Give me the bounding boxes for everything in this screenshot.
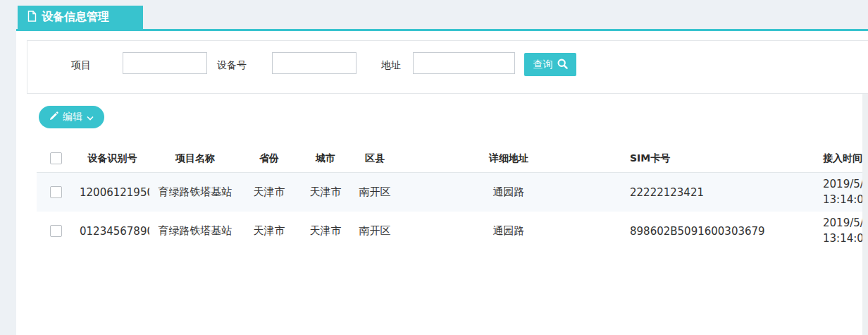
cell-city: 天津市 — [297, 224, 354, 238]
project-input[interactable] — [123, 52, 207, 74]
cell-sim: 22222123421 — [621, 186, 812, 199]
title-underline — [16, 29, 868, 31]
cell-address: 通园路 — [396, 185, 621, 199]
cell-project: 育绿路铁塔基站 — [149, 224, 241, 238]
cell-district: 南开区 — [354, 224, 396, 238]
query-button[interactable]: 查询 — [524, 53, 576, 76]
document-icon — [27, 11, 37, 25]
row-checkbox[interactable] — [50, 225, 62, 237]
cell-time: 2019/5/29 13:14:07 — [812, 216, 868, 247]
select-all-cell — [37, 152, 75, 164]
address-input[interactable] — [413, 52, 515, 74]
query-button-label: 查询 — [533, 59, 553, 71]
project-label: 项目 — [71, 59, 91, 72]
col-header-city: 城市 — [297, 152, 354, 165]
cell-address: 通园路 — [396, 224, 621, 238]
table-row: 12006121950001 育绿路铁塔基站 天津市 天津市 南开区 通园路 2… — [37, 173, 868, 212]
col-header-project: 项目名称 — [149, 152, 241, 165]
page-title: 设备信息管理 — [42, 10, 109, 25]
device-number-input[interactable] — [272, 52, 356, 74]
vertical-scrollbar[interactable] — [862, 94, 868, 335]
cell-province: 天津市 — [241, 224, 297, 238]
device-table: 设备识别号 项目名称 省份 城市 区县 详细地址 SIM卡号 接入时间 1200… — [37, 145, 868, 250]
cell-district: 南开区 — [354, 185, 396, 199]
search-icon — [557, 59, 568, 71]
col-header-time: 接入时间 — [812, 151, 868, 165]
cell-province: 天津市 — [241, 185, 297, 199]
table-header-row: 设备识别号 项目名称 省份 城市 区县 详细地址 SIM卡号 接入时间 — [37, 145, 868, 173]
page-title-tab: 设备信息管理 — [18, 6, 143, 29]
table-row: 01234567890123 育绿路铁塔基站 天津市 天津市 南开区 通园路 8… — [37, 212, 868, 250]
col-header-district: 区县 — [354, 152, 396, 165]
address-label: 地址 — [381, 59, 401, 72]
col-header-address: 详细地址 — [396, 152, 621, 165]
cell-city: 天津市 — [297, 185, 354, 199]
edit-button[interactable]: 编辑 — [39, 106, 104, 128]
cell-device-id: 01234567890123 — [75, 225, 149, 238]
chevron-down-icon — [87, 111, 94, 123]
select-all-checkbox[interactable] — [50, 152, 62, 164]
cell-time: 2019/5/29 13:14:07 — [812, 177, 868, 208]
device-number-label: 设备号 — [217, 59, 247, 72]
search-panel: 项目 设备号 地址 查询 — [27, 40, 868, 94]
row-checkbox[interactable] — [50, 186, 62, 198]
col-header-province: 省份 — [241, 152, 297, 165]
cell-sim: 898602B5091600303679 — [621, 225, 812, 238]
row-checkbox-cell — [37, 225, 75, 237]
edit-button-label: 编辑 — [63, 111, 82, 123]
col-header-sim: SIM卡号 — [621, 152, 812, 165]
row-checkbox-cell — [37, 186, 75, 198]
cell-device-id: 12006121950001 — [75, 186, 149, 199]
col-header-device-id: 设备识别号 — [75, 152, 149, 165]
pencil-icon — [49, 111, 58, 123]
cell-project: 育绿路铁塔基站 — [149, 185, 241, 199]
